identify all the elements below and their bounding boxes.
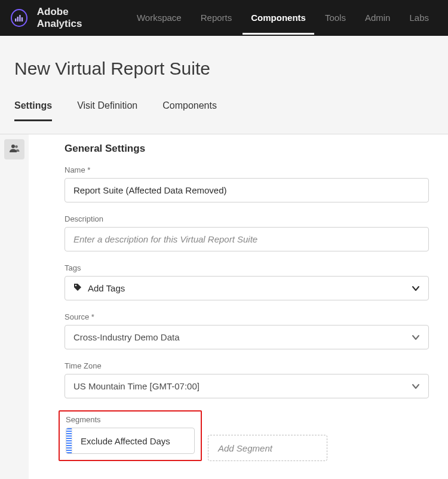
field-timezone: Time Zone US Mountain Time [GMT-07:00] [65,361,429,398]
svg-rect-3 [22,17,23,22]
page-title: New Virtual Report Suite [14,59,434,79]
description-input[interactable] [65,227,429,251]
drag-handle-icon[interactable] [66,428,72,453]
svg-point-4 [11,145,15,148]
content: General Settings Name * Description Tags… [29,134,448,479]
nav-tools[interactable]: Tools [317,2,354,35]
chevron-down-icon [412,333,420,342]
side-rail [0,134,29,479]
nav-labs[interactable]: Labs [401,2,437,35]
chevron-down-icon [412,382,420,391]
name-label: Name * [65,165,429,174]
owners-button[interactable] [4,139,24,159]
tags-placeholder: Add Tags [88,283,125,293]
nav-components[interactable]: Components [243,2,314,35]
svg-rect-2 [19,15,20,22]
body: General Settings Name * Description Tags… [0,134,448,479]
segment-chip-label: Exclude Affected Days [72,436,179,446]
tab-visit-definition[interactable]: Visit Definition [77,100,137,121]
nav-items: Workspace Reports Components Tools Admin… [128,2,437,35]
timezone-select[interactable]: US Mountain Time [GMT-07:00] [65,374,429,398]
timezone-label: Time Zone [65,361,429,370]
svg-rect-0 [15,19,16,22]
description-label: Description [65,214,429,223]
field-tags: Tags Add Tags [65,263,429,300]
tags-label: Tags [65,263,429,272]
segment-chip[interactable]: Exclude Affected Days [66,428,195,454]
add-segment-placeholder: Add Segment [218,443,272,453]
section-title: General Settings [65,143,429,155]
svg-rect-1 [17,17,18,22]
name-input[interactable] [65,178,429,202]
source-label: Source * [65,312,429,321]
source-select[interactable]: Cross-Industry Demo Data [65,325,429,349]
add-segment-dropzone[interactable]: Add Segment [208,435,327,461]
timezone-value: US Mountain Time [GMT-07:00] [73,381,200,391]
nav-reports[interactable]: Reports [192,2,241,35]
tab-components[interactable]: Components [162,100,217,121]
segments-highlight: Segments Exclude Affected Days [59,410,202,461]
tag-icon [73,283,82,293]
field-name: Name * [65,165,429,202]
field-source: Source * Cross-Industry Demo Data [65,312,429,349]
users-icon [9,143,20,155]
chevron-down-icon [412,284,420,293]
field-segments: Segments Exclude Affected Days Add Segme… [65,410,429,461]
page-header: New Virtual Report Suite Settings Visit … [0,36,448,134]
source-value: Cross-Industry Demo Data [73,332,180,342]
tags-combobox[interactable]: Add Tags [65,276,429,300]
top-nav: Adobe Analytics Workspace Reports Compon… [0,0,448,36]
field-description: Description [65,214,429,251]
segments-label: Segments [66,415,195,424]
subtabs: Settings Visit Definition Components [14,100,434,121]
nav-admin[interactable]: Admin [357,2,399,35]
brand-name: Adobe Analytics [37,6,109,30]
brand-logo-icon [11,9,27,27]
tab-settings[interactable]: Settings [14,100,52,121]
svg-point-5 [15,145,18,148]
svg-point-6 [75,285,76,286]
nav-workspace[interactable]: Workspace [128,2,190,35]
